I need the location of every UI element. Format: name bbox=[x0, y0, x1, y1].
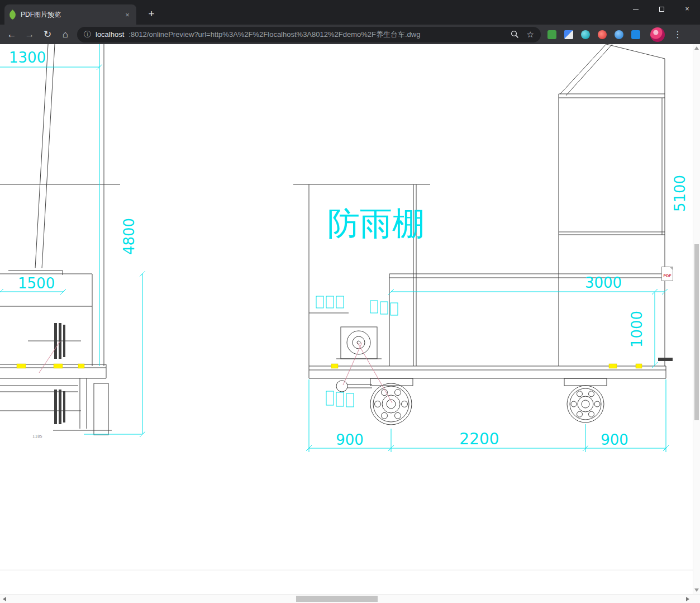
url-host: localhost bbox=[96, 30, 124, 39]
translate-extension-icon[interactable] bbox=[561, 27, 577, 42]
site-info-icon[interactable]: ⓘ bbox=[84, 30, 91, 40]
scroll-up-arrow[interactable] bbox=[693, 44, 700, 52]
minimize-icon bbox=[633, 9, 639, 10]
scroll-left-arrow[interactable] bbox=[0, 595, 9, 603]
titlebar: PDF图片预览 × + × bbox=[0, 0, 700, 25]
url-path: :8012/onlinePreview?url=http%3A%2F%2Floc… bbox=[128, 30, 506, 40]
extension-green-icon[interactable] bbox=[544, 27, 560, 42]
cad-solid-details bbox=[54, 323, 673, 424]
new-tab-button[interactable]: + bbox=[144, 7, 159, 21]
scroll-right-arrow[interactable] bbox=[683, 595, 692, 603]
dwg-preview-page: 1300 1500 4800 5100 3000 1000 900 2200 9… bbox=[0, 44, 693, 594]
canopy-label: 防雨棚 bbox=[327, 205, 425, 243]
dim-900-right-label: 900 bbox=[601, 431, 628, 448]
up-triangle-icon bbox=[694, 46, 699, 50]
maximize-icon bbox=[659, 7, 664, 12]
tab-close-icon[interactable]: × bbox=[123, 11, 132, 19]
dim-1000-label: 1000 bbox=[628, 311, 645, 348]
shield-extension-icon[interactable] bbox=[628, 27, 644, 42]
toolbar: ← → ↻ ⌂ ⓘ localhost:8012/onlinePreview?u… bbox=[0, 25, 700, 44]
maximize-button[interactable] bbox=[649, 0, 674, 18]
dim-1500-label: 1500 bbox=[18, 275, 55, 292]
horizontal-scrollbar[interactable] bbox=[0, 594, 700, 603]
dim-900-left-label: 900 bbox=[336, 431, 364, 448]
bookmark-star-icon[interactable]: ☆ bbox=[527, 30, 534, 40]
red-extension-icon[interactable] bbox=[594, 27, 610, 42]
browser-tab[interactable]: PDF图片预览 × bbox=[4, 4, 136, 25]
dim-1300-label: 1300 bbox=[9, 49, 46, 66]
red-glyph bbox=[598, 30, 607, 39]
left-triangle-icon bbox=[3, 597, 6, 601]
scrollbar-corner bbox=[693, 595, 700, 603]
translate-glyph bbox=[564, 30, 573, 39]
tab-title: PDF图片预览 bbox=[21, 10, 118, 20]
browser-menu-icon[interactable]: ⋮ bbox=[670, 26, 685, 43]
scroll-down-arrow[interactable] bbox=[693, 586, 700, 594]
reload-button[interactable]: ↻ bbox=[39, 26, 56, 43]
right-triangle-icon bbox=[686, 597, 689, 601]
cloud-glyph bbox=[615, 30, 623, 39]
dim-small-label: 1185 bbox=[32, 434, 42, 439]
extension-green-glyph bbox=[547, 30, 556, 39]
back-button[interactable]: ← bbox=[3, 26, 20, 43]
cloud-extension-icon[interactable] bbox=[611, 27, 627, 42]
cad-drawing: 1300 1500 4800 5100 3000 1000 900 2200 9… bbox=[0, 44, 693, 594]
omnibox-actions: ☆ bbox=[511, 30, 534, 40]
home-button[interactable]: ⌂ bbox=[57, 26, 74, 43]
dim-5100-label: 5100 bbox=[672, 175, 688, 212]
zoom-icon[interactable] bbox=[511, 30, 519, 39]
horizontal-scrollbar-thumb[interactable] bbox=[296, 596, 378, 602]
pdf-fold-corner bbox=[669, 267, 673, 270]
shield-glyph bbox=[631, 30, 640, 39]
pdf-label: PDF bbox=[662, 274, 673, 278]
browser-window: PDF图片预览 × + × ← → ↻ ⌂ ⓘ localhost:8012/o… bbox=[0, 0, 700, 44]
profile-avatar[interactable] bbox=[650, 27, 665, 42]
teal-glyph bbox=[581, 30, 590, 39]
vertical-scrollbar-thumb[interactable] bbox=[694, 244, 699, 420]
dim-4800-label: 4800 bbox=[121, 218, 137, 255]
pdf-download-icon[interactable]: PDF bbox=[661, 267, 673, 281]
address-bar[interactable]: ⓘ localhost:8012/onlinePreview?url=http%… bbox=[77, 27, 541, 42]
teal-circle-extension-icon[interactable] bbox=[578, 27, 593, 42]
dim-2200-label: 2200 bbox=[459, 430, 499, 448]
vertical-scrollbar[interactable] bbox=[693, 44, 700, 594]
forward-button[interactable]: → bbox=[21, 26, 38, 43]
close-button[interactable]: × bbox=[674, 0, 700, 18]
window-controls: × bbox=[623, 0, 700, 18]
dim-3000-label: 3000 bbox=[585, 274, 622, 291]
cyan-dimension-lines bbox=[0, 44, 669, 452]
down-triangle-icon bbox=[694, 588, 699, 592]
spring-leaf-favicon bbox=[7, 10, 17, 20]
minimize-button[interactable] bbox=[623, 0, 649, 18]
